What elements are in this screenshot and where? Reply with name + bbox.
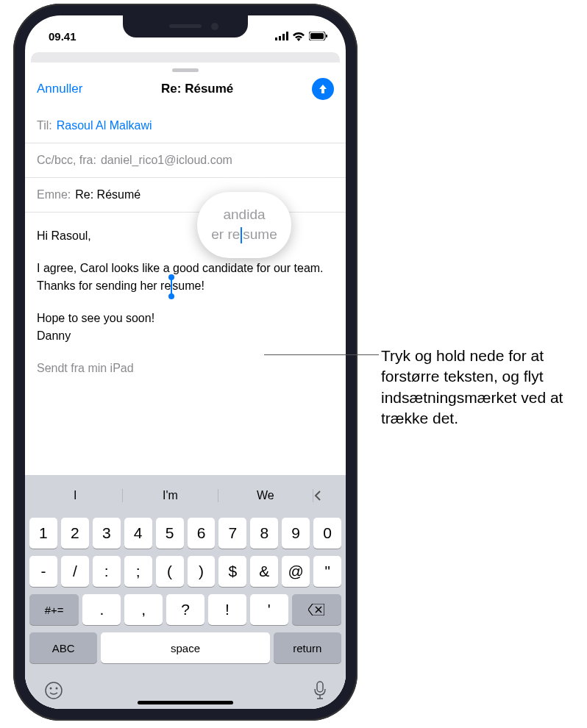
to-label: Til: xyxy=(37,119,52,132)
nav-bar: Annuller Re: Résumé xyxy=(25,75,346,109)
key-3[interactable]: 3 xyxy=(93,518,121,549)
svg-rect-6 xyxy=(326,35,327,38)
svg-rect-1 xyxy=(279,36,281,40)
keyboard: I I'm We 1 2 3 4 5 6 7 8 9 xyxy=(25,475,346,709)
svg-rect-10 xyxy=(317,682,323,692)
key-dollar[interactable]: $ xyxy=(218,556,246,587)
backspace-icon xyxy=(308,604,324,615)
key-space[interactable]: space xyxy=(101,632,269,663)
microphone-icon xyxy=(313,681,327,700)
cancel-button[interactable]: Annuller xyxy=(37,82,82,96)
svg-point-7 xyxy=(46,682,62,699)
compose-sheet: Annuller Re: Résumé Til: Rasoul Al Malka… xyxy=(25,63,346,709)
key-rparen[interactable]: ) xyxy=(188,556,216,587)
svg-rect-2 xyxy=(282,34,285,40)
to-recipient[interactable]: Rasoul Al Malkawi xyxy=(57,119,152,132)
key-exclaim[interactable]: ! xyxy=(208,594,246,625)
suggestion-bar: I I'm We xyxy=(28,481,343,510)
key-1[interactable]: 1 xyxy=(29,518,57,549)
svg-point-8 xyxy=(50,688,52,690)
key-7[interactable]: 7 xyxy=(218,518,246,549)
body-footer: Sendt fra min iPad xyxy=(37,360,334,377)
key-6[interactable]: 6 xyxy=(188,518,216,549)
subject-value: Re: Résumé xyxy=(75,188,140,201)
cellular-icon xyxy=(275,32,288,40)
key-question[interactable]: ? xyxy=(166,594,204,625)
body-closing: Hope to see you soon!Danny xyxy=(37,310,334,345)
key-abc[interactable]: ABC xyxy=(29,632,97,663)
key-dash[interactable]: - xyxy=(29,556,57,587)
nav-title: Re: Résumé xyxy=(161,82,233,96)
insertion-caret[interactable] xyxy=(171,279,172,295)
key-colon[interactable]: : xyxy=(93,556,121,587)
suggestion-2[interactable]: I'm xyxy=(123,489,218,502)
emoji-button[interactable] xyxy=(44,681,63,700)
subject-field[interactable]: Emne: Re: Résumé xyxy=(25,178,346,213)
collapse-suggestions-button[interactable] xyxy=(313,490,343,502)
body-paragraph: I agree, Carol looks like a good candida… xyxy=(37,260,334,295)
send-button[interactable] xyxy=(312,78,334,100)
key-period[interactable]: . xyxy=(82,594,121,625)
key-0[interactable]: 0 xyxy=(313,518,341,549)
callout-text: Tryk og hold nede for at forstørre tekst… xyxy=(381,346,581,429)
emoji-icon xyxy=(44,681,63,700)
svg-rect-5 xyxy=(310,33,324,39)
callout-leader-line xyxy=(264,354,379,355)
notch xyxy=(123,15,248,38)
key-return[interactable]: return xyxy=(274,632,341,663)
battery-icon xyxy=(309,32,328,40)
suggestion-3[interactable]: We xyxy=(218,489,313,502)
key-lparen[interactable]: ( xyxy=(156,556,184,587)
svg-point-9 xyxy=(56,688,58,690)
suggestion-1[interactable]: I xyxy=(28,489,123,502)
phone-frame: 09.41 Annuller Re: Résumé xyxy=(13,4,357,721)
screen: 09.41 Annuller Re: Résumé xyxy=(25,15,346,709)
key-symbols[interactable]: #+= xyxy=(29,594,79,625)
key-9[interactable]: 9 xyxy=(282,518,310,549)
svg-rect-3 xyxy=(286,32,288,40)
key-row-4: ABC space return xyxy=(28,632,343,663)
ccbcc-label: Cc/bcc, fra: xyxy=(37,154,96,167)
key-4[interactable]: 4 xyxy=(124,518,152,549)
key-comma[interactable]: , xyxy=(124,594,163,625)
subject-label: Emne: xyxy=(37,188,71,201)
key-semicolon[interactable]: ; xyxy=(124,556,152,587)
from-address: daniel_rico1@icloud.com xyxy=(101,154,232,167)
chevron-left-icon xyxy=(313,490,322,502)
status-time: 09.41 xyxy=(43,30,77,43)
key-8[interactable]: 8 xyxy=(250,518,278,549)
to-field[interactable]: Til: Rasoul Al Malkawi xyxy=(25,109,346,143)
key-row-3: #+= . , ? ! ' xyxy=(28,594,343,625)
key-row-2: - / : ; ( ) $ & @ " xyxy=(28,556,343,587)
key-amp[interactable]: & xyxy=(250,556,278,587)
magnifier-line2: er resume xyxy=(211,225,277,245)
key-backspace[interactable] xyxy=(292,594,341,625)
key-2[interactable]: 2 xyxy=(61,518,89,549)
key-row-1: 1 2 3 4 5 6 7 8 9 0 xyxy=(28,518,343,549)
background-sheet xyxy=(31,52,340,63)
key-slash[interactable]: / xyxy=(61,556,89,587)
key-at[interactable]: @ xyxy=(282,556,310,587)
ccbcc-field[interactable]: Cc/bcc, fra: daniel_rico1@icloud.com xyxy=(25,143,346,178)
magnifier-line1: andida xyxy=(223,205,265,225)
wifi-icon xyxy=(292,32,305,41)
arrow-up-icon xyxy=(317,83,329,95)
caret-icon xyxy=(241,227,242,243)
svg-rect-0 xyxy=(275,38,277,40)
key-5[interactable]: 5 xyxy=(156,518,184,549)
status-indicators xyxy=(275,32,328,41)
key-apostrophe[interactable]: ' xyxy=(250,594,288,625)
dictation-button[interactable] xyxy=(313,681,327,700)
message-body[interactable]: andida er resume Hi Rasoul, I agree, Car… xyxy=(25,213,346,407)
sheet-grabber[interactable] xyxy=(172,68,199,72)
text-magnifier: andida er resume xyxy=(197,192,291,258)
key-quote[interactable]: " xyxy=(313,556,341,587)
home-indicator[interactable] xyxy=(138,701,233,704)
